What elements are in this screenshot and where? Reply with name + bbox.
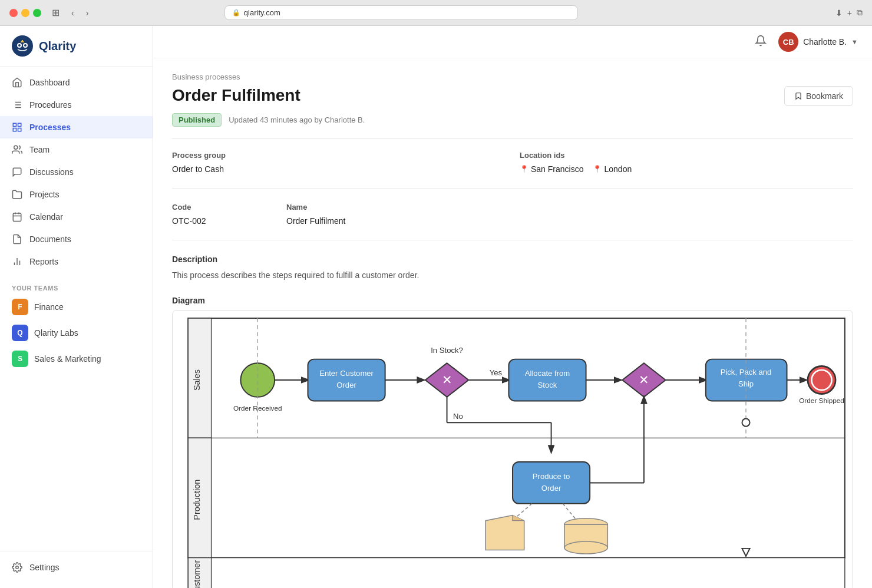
folder-icon <box>12 189 22 200</box>
bookmark-button[interactable]: Bookmark <box>784 86 853 106</box>
back-button[interactable]: ‹ <box>68 7 78 19</box>
sidebar-toggle-button[interactable]: ⊞ <box>48 6 63 19</box>
browser-controls: ⊞ ‹ › <box>48 6 92 19</box>
svg-rect-34 <box>308 359 385 401</box>
location-san-francisco: 📍 San Francisco <box>520 164 583 174</box>
sidebar: Qlarity Dashboard <box>0 26 153 588</box>
bookmark-icon <box>794 92 802 100</box>
sidebar-item-label: Projects <box>29 190 60 199</box>
team-item-finance[interactable]: F Finance <box>0 294 153 320</box>
svg-text:Allocate from: Allocate from <box>525 369 570 378</box>
address-bar[interactable]: 🔒 qlarity.com <box>224 5 578 20</box>
diagram-container: Sales Production Order Received <box>172 310 853 588</box>
main-nav: Dashboard Procedures <box>0 67 153 278</box>
pin-icon: 📍 <box>593 165 602 173</box>
download-icon[interactable]: ⬇ <box>835 8 843 18</box>
svg-text:Production: Production <box>192 480 202 520</box>
location-london: 📍 London <box>593 164 632 174</box>
location-ids-block: Location ids 📍 San Francisco 📍 London <box>520 151 853 174</box>
team-item-sales[interactable]: S Sales & Marketing <box>0 346 153 372</box>
list-icon <box>12 100 22 110</box>
team-badge-qlarity: Q <box>12 325 28 341</box>
svg-text:Produce to: Produce to <box>533 472 570 481</box>
sidebar-item-team[interactable]: Team <box>0 138 153 161</box>
svg-rect-13 <box>18 128 21 131</box>
home-icon <box>12 77 22 88</box>
sidebar-item-documents[interactable]: Documents <box>0 228 153 250</box>
svg-text:No: No <box>453 412 463 421</box>
avatar: CB <box>778 32 798 52</box>
minimize-button[interactable] <box>21 9 29 17</box>
svg-rect-61 <box>513 462 590 504</box>
location-name: San Francisco <box>531 164 583 174</box>
traffic-lights <box>9 9 41 17</box>
maximize-button[interactable] <box>33 9 41 17</box>
page-content: Business processes Order Fulfilment Book… <box>153 58 872 588</box>
sidebar-item-dashboard[interactable]: Dashboard <box>0 71 153 94</box>
close-button[interactable] <box>9 9 18 17</box>
svg-text:✕: ✕ <box>442 373 452 387</box>
svg-point-55 <box>811 370 831 390</box>
svg-rect-43 <box>508 359 586 401</box>
location-ids-label: Location ids <box>520 151 853 160</box>
new-tab-icon[interactable]: + <box>847 8 852 18</box>
updated-text: Updated 43 minutes ago by Charlotte B. <box>229 115 365 124</box>
top-bar: CB Charlotte B. ▼ <box>153 26 872 58</box>
name-value: Order Fulfilment <box>286 216 853 226</box>
logo-text: Qlarity <box>39 39 76 53</box>
team-icon <box>12 144 22 155</box>
logo-area: Qlarity <box>0 26 153 67</box>
sidebar-item-procedures[interactable]: Procedures <box>0 94 153 116</box>
reports-icon <box>12 256 22 267</box>
url-text: qlarity.com <box>244 8 280 17</box>
svg-text:Enter Customer: Enter Customer <box>319 369 374 378</box>
svg-text:Yes: Yes <box>490 369 503 378</box>
code-name-section: Code OTC-002 Name Order Fulfilment <box>172 203 853 240</box>
metadata-section: Process group Order to Cash Location ids… <box>172 151 853 189</box>
sidebar-item-settings[interactable]: Settings <box>0 556 153 579</box>
notification-button[interactable] <box>752 32 769 52</box>
sidebar-item-processes[interactable]: Processes <box>0 116 153 138</box>
user-name: Charlotte B. <box>803 37 847 47</box>
sidebar-item-label: Processes <box>29 123 71 132</box>
code-label: Code <box>172 203 272 212</box>
sidebar-item-projects[interactable]: Projects <box>0 183 153 206</box>
name-block: Name Order Fulfilment <box>286 203 853 226</box>
svg-text:Stock: Stock <box>538 381 557 390</box>
sidebar-item-label: Dashboard <box>29 78 70 87</box>
name-label: Name <box>286 203 853 212</box>
team-item-qlarity[interactable]: Q Qlarity Labs <box>0 320 153 346</box>
svg-text:Order: Order <box>336 381 356 390</box>
svg-text:Customer: Customer <box>192 560 202 588</box>
sidebar-item-label: Discussions <box>29 167 74 177</box>
diagram-svg-wrapper: Sales Production Order Received <box>173 310 853 588</box>
bookmark-label: Bookmark <box>806 91 843 101</box>
windows-icon[interactable]: ⧉ <box>857 8 863 18</box>
settings-icon <box>12 562 22 573</box>
svg-point-3 <box>18 44 21 47</box>
main-content: CB Charlotte B. ▼ Business processes Ord… <box>153 26 872 588</box>
description-label: Description <box>172 255 853 264</box>
location-list: 📍 San Francisco 📍 London <box>520 164 853 174</box>
logo-icon <box>12 35 33 57</box>
user-menu[interactable]: CB Charlotte B. ▼ <box>778 32 858 52</box>
svg-text:Order: Order <box>541 484 561 493</box>
process-group-value: Order to Cash <box>172 164 506 174</box>
sidebar-item-reports[interactable]: Reports <box>0 250 153 273</box>
calendar-icon <box>12 212 22 222</box>
settings-label: Settings <box>29 563 60 572</box>
sidebar-item-discussions[interactable]: Discussions <box>0 161 153 183</box>
svg-point-78 <box>742 419 749 427</box>
team-badge-sales: S <box>12 351 28 367</box>
lock-icon: 🔒 <box>232 9 240 16</box>
forward-button[interactable]: › <box>82 7 93 19</box>
sidebar-item-label: Team <box>29 145 49 154</box>
description-text: This process describes the steps require… <box>172 269 853 282</box>
svg-point-71 <box>564 541 607 554</box>
sidebar-item-calendar[interactable]: Calendar <box>0 206 153 228</box>
diagram-section: Diagram Sales <box>172 296 853 588</box>
svg-point-4 <box>24 44 27 47</box>
svg-text:Sales: Sales <box>192 369 202 391</box>
svg-point-15 <box>14 146 18 149</box>
process-icon <box>12 122 22 133</box>
